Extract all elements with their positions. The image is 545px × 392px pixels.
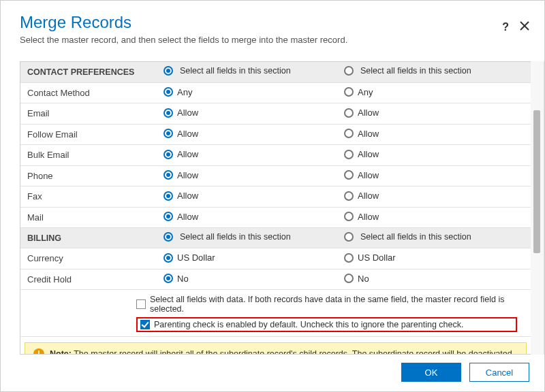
radio-icon [344,253,354,263]
radio-icon [164,170,173,180]
field-label: Email [20,103,157,125]
field-value-master: Allow [177,212,198,222]
radio-icon [164,212,173,221]
note-text: Note: The master record will inherit all… [50,349,514,355]
dialog-footer: OK Cancel [1,355,544,391]
field-row: MailAllowAllow [20,207,531,228]
dialog-title: Merge Records [20,13,525,32]
field-radio-master[interactable]: Allow [164,108,198,118]
radio-icon [344,150,354,159]
radio-icon [164,66,173,76]
select-all-data-checkbox-row[interactable]: Select all fields with data. If both rec… [136,293,517,316]
field-row: Follow EmailAllowAllow [20,124,531,145]
field-radio-master[interactable]: Allow [164,191,198,201]
select-all-data-checkbox[interactable] [136,299,146,309]
merge-fields-table: CONTACT PREFERENCESSelect all fields in … [20,62,531,290]
scrollbar-thumb[interactable] [533,110,540,253]
field-value-subordinate: Allow [358,170,379,180]
radio-icon [344,108,354,118]
radio-icon [164,150,173,159]
field-value-master: Allow [177,149,198,159]
select-all-section-label: Select all fields in this section [180,66,291,76]
fields-scroll-area[interactable]: CONTACT PREFERENCESSelect all fields in … [20,61,531,355]
close-icon[interactable] [520,21,529,33]
field-label: Fax [20,186,157,208]
field-row: FaxAllowAllow [20,186,531,208]
field-radio-subordinate[interactable]: Allow [344,108,379,118]
ok-button[interactable]: OK [401,363,461,382]
radio-icon [164,108,173,118]
field-label: Phone [20,165,157,186]
select-all-section-a[interactable]: Select all fields in this section [164,66,291,76]
field-value-subordinate: Any [358,87,373,97]
field-radio-subordinate[interactable]: US Dollar [344,252,396,263]
field-label: Mail [20,207,157,228]
field-row: CurrencyUS DollarUS Dollar [20,248,531,270]
field-row: PhoneAllowAllow [20,165,531,186]
radio-icon [164,253,173,263]
parenting-check-label: Parenting check is enabled by default. U… [154,320,463,329]
radio-icon [344,212,354,221]
cancel-button[interactable]: Cancel [469,363,529,382]
field-row: Credit HoldNoNo [20,269,531,290]
warning-icon: ! [33,348,44,355]
field-value-subordinate: US Dollar [358,252,396,263]
radio-icon [344,274,354,283]
field-value-master: Any [177,87,192,97]
select-all-section-b[interactable]: Select all fields in this section [344,66,471,76]
field-radio-subordinate[interactable]: Any [344,87,373,97]
radio-icon [164,191,173,201]
select-all-section-label: Select all fields in this section [180,232,291,242]
parenting-check-row[interactable]: Parenting check is enabled by default. U… [136,317,517,332]
field-radio-subordinate[interactable]: Allow [344,191,379,201]
field-radio-subordinate[interactable]: Allow [344,129,379,139]
radio-icon [344,170,354,180]
field-row: Bulk EmailAllowAllow [20,145,531,166]
radio-icon [164,129,173,138]
radio-icon [344,66,354,76]
section-name: CONTACT PREFERENCES [20,62,157,82]
field-radio-master[interactable]: US Dollar [164,252,215,263]
field-row: Contact MethodAnyAny [20,82,531,103]
radio-icon [344,87,354,97]
field-radio-master[interactable]: Allow [164,212,198,222]
field-value-subordinate: No [358,274,369,284]
select-all-section-b[interactable]: Select all fields in this section [344,232,471,242]
section-header-row: BILLINGSelect all fields in this section… [20,228,531,248]
field-label: Contact Method [20,82,157,103]
field-radio-master[interactable]: Allow [164,170,198,180]
radio-icon [344,191,354,201]
select-all-data-label: Select all fields with data. If both rec… [150,295,517,314]
field-radio-subordinate[interactable]: Allow [344,170,379,180]
select-all-section-label: Select all fields in this section [360,66,471,76]
field-label: Follow Email [20,124,157,145]
field-value-subordinate: Allow [358,149,379,159]
section-header-row: CONTACT PREFERENCESSelect all fields in … [20,62,531,82]
field-radio-master[interactable]: Any [164,87,192,97]
dialog-subtitle: Select the master record, and then selec… [20,35,525,45]
field-radio-master[interactable]: Allow [164,149,198,159]
field-label: Bulk Email [20,145,157,166]
select-all-section-label: Select all fields in this section [360,232,471,242]
merge-records-dialog: Merge Records Select the master record, … [0,0,545,392]
field-value-subordinate: Allow [358,129,379,139]
field-value-master: No [177,274,189,284]
radio-icon [164,87,173,97]
field-value-subordinate: Allow [358,191,379,201]
field-radio-subordinate[interactable]: No [344,274,369,284]
field-label: Credit Hold [20,269,157,290]
field-radio-subordinate[interactable]: Allow [344,212,379,222]
dialog-header: Merge Records Select the master record, … [1,1,544,52]
field-radio-subordinate[interactable]: Allow [344,149,379,159]
radio-icon [344,129,354,138]
field-radio-master[interactable]: No [164,274,189,284]
field-value-subordinate: Allow [358,212,379,222]
field-value-master: Allow [177,170,198,180]
select-all-section-a[interactable]: Select all fields in this section [164,232,291,242]
radio-icon [164,232,173,242]
vertical-scrollbar[interactable] [531,61,544,355]
help-icon[interactable]: ? [502,22,509,33]
parenting-check-checkbox[interactable] [140,320,150,329]
field-radio-master[interactable]: Allow [164,129,198,139]
field-label: Currency [20,248,157,270]
